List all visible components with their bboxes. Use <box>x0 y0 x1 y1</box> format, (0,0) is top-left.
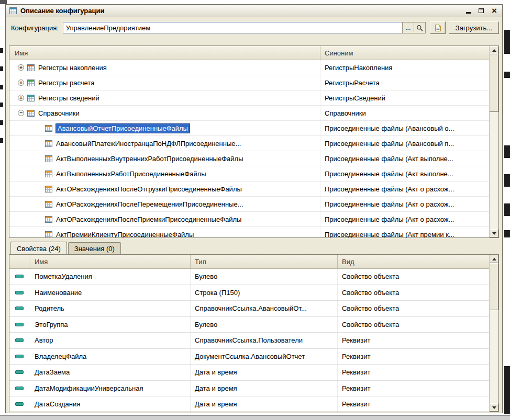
property-kind: Реквизит <box>338 333 489 348</box>
tree-row[interactable]: АктОРасхожденияхПослеПриемкиПрисоединенн… <box>9 212 489 227</box>
tree-item-synonym: РегистрыСведений <box>325 94 385 102</box>
tree-row[interactable]: + Регистры накопления РегистрыНакопления <box>9 60 489 75</box>
properties-column-type[interactable]: Тип <box>191 255 338 268</box>
properties-column-name[interactable]: Имя <box>29 255 191 268</box>
minimize-button[interactable] <box>464 7 472 15</box>
property-row[interactable]: Родитель СправочникСсылка.АвансовыйОт...… <box>9 301 489 317</box>
catalog-icon <box>45 186 52 192</box>
browse-button[interactable]: ... <box>402 22 414 33</box>
taskbar-edge <box>0 415 510 420</box>
tree-row[interactable]: АктОРасхожденияхПослеПеремещенияПрисоеди… <box>9 197 489 212</box>
tab-properties[interactable]: Свойства (24) <box>10 242 67 254</box>
property-row[interactable]: ДатаМодификацииУниверсальная Дата и врем… <box>9 381 489 397</box>
tree-column-synonym[interactable]: Синоним <box>320 46 489 60</box>
catalog-icon <box>45 201 52 208</box>
search-button[interactable] <box>414 22 426 33</box>
attribute-icon <box>15 355 24 358</box>
tree-item-label: Регистры расчета <box>38 79 94 87</box>
window-icon <box>9 7 17 14</box>
properties-rows: ПометкаУдаления Булево Свойство объекта … <box>9 269 489 412</box>
configuration-label: Конфигурация: <box>11 24 59 32</box>
tree-row[interactable]: АктВыполненныхВнутреннихРаботПрисоединен… <box>9 151 489 166</box>
tree-row[interactable]: АктОРасхожденияхПослеОтгрузкиПрисоединен… <box>9 181 489 197</box>
tab-values[interactable]: Значения (0) <box>68 242 121 254</box>
property-kind: Свойство объекта <box>338 269 489 285</box>
title-bar[interactable]: Описание конфигурации × <box>6 5 502 17</box>
property-kind: Свойство объекта <box>338 285 489 301</box>
properties-column-icon <box>9 255 29 268</box>
property-name: ПометкаУдаления <box>29 269 191 285</box>
load-button[interactable]: Загрузить... <box>449 21 499 34</box>
scroll-thumb[interactable] <box>490 54 498 112</box>
scroll-down-button[interactable] <box>490 229 498 237</box>
scroll-track[interactable] <box>490 263 498 403</box>
property-name: ДатаМодификацииУниверсальная <box>29 381 191 396</box>
maximize-icon <box>479 8 484 13</box>
tree-row[interactable]: + Регистры сведений РегистрыСведений <box>9 90 489 106</box>
scroll-up-button[interactable] <box>490 255 498 263</box>
tree-item-synonym: Присоединенные файлы (Акт о расхож... <box>325 200 454 208</box>
scroll-up-button[interactable] <box>490 46 498 54</box>
tree-item-label: АктПремииКлиентуПрисоединенныеФайлы <box>56 231 194 238</box>
catalog-icon <box>45 171 52 177</box>
tree-item-label: АктВыполненныхРаботПрисоединенныеФайлы <box>56 170 206 178</box>
tree-item-synonym: Справочники <box>325 109 366 117</box>
property-row[interactable]: Автор СправочникСсылка.Пользователи Рекв… <box>9 333 489 349</box>
tree-row[interactable]: АвансовыйОтчетПрисоединенныеФайлы Присое… <box>9 121 489 136</box>
property-row[interactable]: ДатаСоздания Дата и время Реквизит <box>9 396 489 412</box>
screen-artifact <box>0 138 3 143</box>
property-type: Дата и время <box>191 365 338 380</box>
configuration-input[interactable] <box>63 22 403 33</box>
expand-icon[interactable]: + <box>18 64 24 71</box>
property-row[interactable]: Наименование Строка (П150) Свойство объе… <box>9 285 489 301</box>
arrow-up-icon <box>492 49 496 52</box>
property-kind: Свойство объекта <box>338 301 489 316</box>
arrow-down-icon <box>492 406 496 409</box>
properties-panel: Имя Тип Вид ПометкаУдаления Булево Свойс… <box>9 254 499 412</box>
open-file-button[interactable] <box>430 21 446 34</box>
properties-column-kind[interactable]: Вид <box>338 255 489 268</box>
attribute-icon <box>15 387 24 390</box>
tree-column-name[interactable]: Имя <box>9 46 320 60</box>
property-type: Булево <box>191 317 338 333</box>
arrow-down-icon <box>492 232 496 235</box>
property-type: Булево <box>191 269 338 285</box>
property-type: СправочникСсылка.Пользователи <box>191 333 338 348</box>
toolbar: Конфигурация: ... Загрузить... <box>6 17 502 38</box>
property-type: СправочникСсылка.АвансовыйОт... <box>191 301 338 316</box>
accumulation-registers-icon <box>27 64 35 71</box>
collapse-icon[interactable]: − <box>18 110 24 116</box>
property-row[interactable]: ЭтоГруппа Булево Свойство объекта <box>9 317 489 333</box>
property-name: Наименование <box>29 285 191 301</box>
attribute-icon <box>15 275 24 278</box>
tree-scrollbar[interactable] <box>489 46 498 237</box>
property-row[interactable]: ДатаЗаема Дата и время Реквизит <box>9 365 489 381</box>
open-file-icon <box>434 24 442 32</box>
property-name: ВладелецФайла <box>29 349 191 365</box>
maximize-button[interactable] <box>477 7 485 15</box>
attribute-icon <box>15 370 24 374</box>
dialog-window: Описание конфигурации × Конфигурация: ..… <box>5 4 503 413</box>
properties-scrollbar[interactable] <box>489 255 498 412</box>
tree-row[interactable]: − Справочники Справочники <box>9 106 489 121</box>
scroll-thumb[interactable] <box>490 263 498 310</box>
scroll-track[interactable] <box>490 54 498 229</box>
expand-icon[interactable]: + <box>18 80 24 86</box>
tree-item-label: АктОРасхожденияхПослеПриемкиПрисоединенн… <box>56 215 241 223</box>
minimize-icon <box>466 12 471 14</box>
tree-item-synonym: Присоединенные файлы (Акт о расхож... <box>325 215 454 223</box>
property-kind: Свойство объекта <box>338 317 489 333</box>
tree-row[interactable]: АктВыполненныхРаботПрисоединенныеФайлы П… <box>9 166 489 181</box>
expand-icon[interactable]: + <box>18 95 24 101</box>
window-title: Описание конфигурации <box>20 7 104 15</box>
close-button[interactable]: × <box>490 7 498 15</box>
tree-row[interactable]: АктПремииКлиентуПрисоединенныеФайлы Прис… <box>9 227 489 237</box>
property-row[interactable]: ПометкаУдаления Булево Свойство объекта <box>9 269 489 285</box>
attribute-icon <box>15 402 24 406</box>
tree-row[interactable]: + Регистры расчета РегистрыРасчета <box>9 75 489 90</box>
window-controls: × <box>464 7 498 15</box>
scroll-down-button[interactable] <box>490 403 498 412</box>
property-row[interactable]: ВладелецФайла ДокументСсылка.АвансовыйОт… <box>9 349 489 365</box>
tree-item-synonym: Присоединенные файлы (Акт о расхож... <box>325 185 454 193</box>
tree-row[interactable]: АвансовыйПлатежИностранцаПоНДФЛПрисоедин… <box>9 136 489 151</box>
